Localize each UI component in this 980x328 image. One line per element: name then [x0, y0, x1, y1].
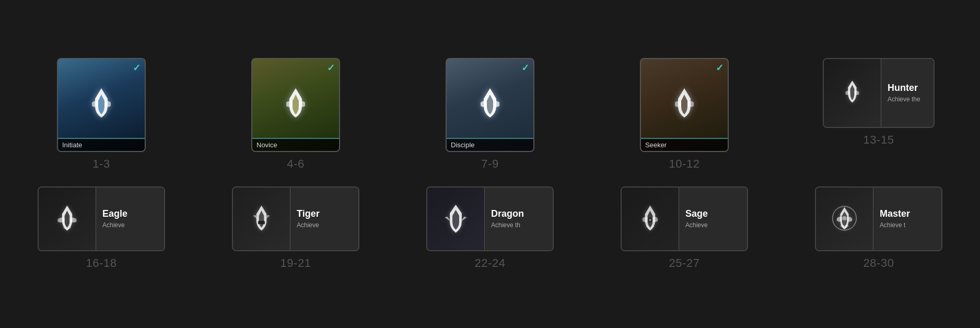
card-initiate[interactable]: Initiate — [57, 58, 146, 152]
hunter-subtitle: Achieve the — [888, 96, 927, 104]
card-novice[interactable]: Novice — [251, 58, 340, 152]
rank-range-seeker: 10-12 — [669, 157, 700, 171]
rank-badge-dragon[interactable]: Dragon Achieve th — [426, 186, 554, 251]
dragon-icon-panel — [427, 188, 485, 250]
rank-range-disciple: 7-9 — [481, 157, 498, 171]
ranks-grid: Initiate 1-3 Novice 4-6 — [20, 58, 960, 270]
eagle-subtitle: Achieve — [102, 221, 158, 230]
rank-range-tiger: 19-21 — [281, 256, 311, 270]
badge-double-sage[interactable]: Sage Achieve — [621, 186, 748, 251]
card-label-disciple: Disciple — [447, 138, 533, 151]
rank-item-master: Master Achieve t 28-30 — [797, 186, 960, 270]
hunter-icon-panel — [824, 59, 881, 127]
rank-item-seeker: Seeker 10-12 — [603, 58, 766, 171]
master-subtitle: Achieve t — [880, 221, 935, 230]
rank-badge-eagle[interactable]: Eagle Achieve — [38, 186, 165, 251]
card-label-initiate: Initiate — [58, 138, 145, 151]
badge-double-eagle[interactable]: Eagle Achieve — [38, 186, 165, 251]
rank-icon-novice — [252, 59, 339, 151]
rank-icon-seeker — [641, 59, 728, 151]
card-seeker[interactable]: Seeker — [640, 58, 729, 152]
dragon-subtitle: Achieve th — [491, 221, 546, 230]
rank-item-disciple: Disciple 7-9 — [409, 58, 571, 171]
rank-range-eagle: 16-18 — [86, 256, 117, 270]
rank-badge-tiger[interactable]: Tiger Achieve — [232, 186, 359, 251]
rank-range-master: 28-30 — [864, 256, 894, 270]
rank-range-sage: 25-27 — [669, 256, 700, 270]
eagle-info-panel: Eagle Achieve — [96, 188, 164, 250]
rank-badge-hunter[interactable]: Hunter Achieve the — [823, 58, 935, 128]
rank-item-sage: Sage Achieve 25-27 — [603, 186, 766, 270]
tiger-title: Tiger — [297, 208, 352, 219]
sage-subtitle: Achieve — [685, 221, 741, 230]
rank-item-eagle: Eagle Achieve 16-18 — [20, 186, 183, 270]
tiger-icon-panel — [233, 188, 290, 250]
sage-title: Sage — [685, 208, 741, 219]
sage-icon-panel — [622, 188, 679, 250]
eagle-icon-panel — [39, 188, 96, 250]
rank-icon-initiate — [58, 59, 145, 151]
tiger-info-panel: Tiger Achieve — [290, 188, 358, 250]
rank-range-dragon: 22-24 — [475, 256, 506, 270]
hunter-info-panel: Hunter Achieve the — [881, 59, 934, 127]
badge-double-master[interactable]: Master Achieve t — [815, 186, 942, 251]
rank-badge-disciple[interactable]: Disciple — [446, 58, 534, 152]
badge-double-tiger[interactable]: Tiger Achieve — [232, 186, 359, 251]
rank-badge-initiate[interactable]: Initiate — [57, 58, 146, 152]
rank-range-hunter: 13-15 — [864, 133, 894, 147]
tiger-subtitle: Achieve — [297, 221, 352, 230]
master-icon-panel — [816, 188, 873, 250]
dragon-title: Dragon — [491, 208, 546, 219]
badge-double-hunter[interactable]: Hunter Achieve the — [823, 58, 935, 128]
rank-badge-novice[interactable]: Novice — [251, 58, 340, 152]
eagle-title: Eagle — [102, 208, 158, 219]
rank-badge-master[interactable]: Master Achieve t — [815, 186, 942, 251]
hunter-title: Hunter — [888, 83, 927, 93]
master-info-panel: Master Achieve t — [873, 188, 941, 250]
rank-item-initiate: Initiate 1-3 — [20, 58, 183, 171]
rank-icon-disciple — [447, 59, 533, 151]
rank-badge-seeker[interactable]: Seeker — [640, 58, 729, 152]
svg-point-4 — [842, 216, 846, 220]
badge-double-dragon[interactable]: Dragon Achieve th — [426, 186, 554, 251]
card-label-novice: Novice — [252, 138, 339, 151]
sage-info-panel: Sage Achieve — [679, 188, 747, 250]
rank-range-novice: 4-6 — [287, 157, 304, 171]
rank-item-hunter: Hunter Achieve the 13-15 — [797, 58, 960, 171]
svg-point-2 — [649, 218, 651, 221]
rank-item-tiger: Tiger Achieve 19-21 — [214, 186, 377, 270]
card-disciple[interactable]: Disciple — [446, 58, 534, 152]
rank-badge-sage[interactable]: Sage Achieve — [621, 186, 748, 251]
card-label-seeker: Seeker — [641, 138, 728, 151]
rank-range-initiate: 1-3 — [92, 157, 110, 171]
dragon-info-panel: Dragon Achieve th — [485, 188, 553, 250]
rank-item-novice: Novice 4-6 — [214, 58, 377, 171]
rank-item-dragon: Dragon Achieve th 22-24 — [409, 186, 571, 270]
master-title: Master — [880, 208, 935, 219]
